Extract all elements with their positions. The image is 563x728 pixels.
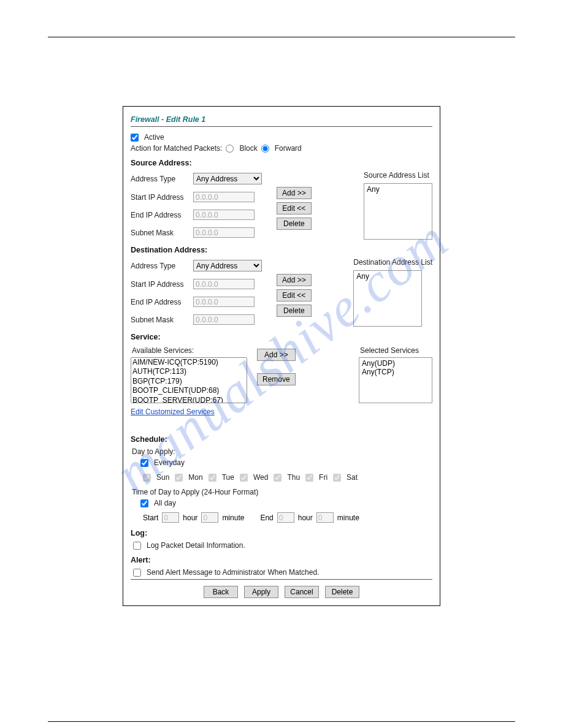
log-heading: Log: xyxy=(131,529,432,537)
service-remove-button[interactable]: Remove xyxy=(257,373,296,385)
active-label: Active xyxy=(144,133,164,142)
log-checkbox[interactable] xyxy=(133,542,141,550)
page-top-rule xyxy=(48,37,515,37)
list-item[interactable]: AIM/NEW-ICQ(TCP:5190) xyxy=(131,358,247,367)
day-label: Sat xyxy=(347,473,358,482)
hour-label: hour xyxy=(298,514,313,522)
action-block-radio[interactable] xyxy=(226,145,234,153)
list-item[interactable]: BOOTP_CLIENT(UDP:68) xyxy=(131,386,247,395)
dst-endip-label: End IP Address xyxy=(131,298,187,306)
page-bottom-rule xyxy=(48,721,515,722)
title-divider xyxy=(131,126,432,127)
dst-startip-input[interactable] xyxy=(193,279,255,289)
start-label: Start xyxy=(143,514,158,522)
dst-endip-input[interactable] xyxy=(193,297,255,307)
alert-label: Send Alert Message to Administrator When… xyxy=(147,568,319,577)
dest-address-block: Address Type Any Address Start IP Addres… xyxy=(131,258,432,327)
list-item[interactable]: BOOTP_SERVER(UDP:67) xyxy=(131,396,247,403)
dst-addrtype-label: Address Type xyxy=(131,262,187,270)
src-addrtype-label: Address Type xyxy=(131,175,187,183)
available-services-label: Available Services: xyxy=(132,346,247,355)
hour-label: hour xyxy=(183,514,197,522)
action-forward-label: Forward xyxy=(275,144,302,153)
src-delete-button[interactable]: Delete xyxy=(277,218,312,230)
cancel-button[interactable]: Cancel xyxy=(285,586,319,598)
day-label: Sun xyxy=(156,473,169,482)
day-fri-checkbox[interactable] xyxy=(305,474,313,482)
end-label: End xyxy=(260,514,273,522)
dst-startip-label: Start IP Address xyxy=(131,280,187,289)
day-label: Fri xyxy=(319,473,327,482)
panel-title: Firewall - Edit Rule 1 xyxy=(131,115,432,124)
action-block-label: Block xyxy=(239,144,257,153)
action-label: Action for Matched Packets: xyxy=(131,144,222,153)
dst-addrtype-select[interactable]: Any Address xyxy=(193,260,262,271)
dst-list-heading: Destination Address List xyxy=(353,258,432,267)
available-services-select[interactable]: AIM/NEW-ICQ(TCP:5190) AUTH(TCP:113) BGP(… xyxy=(131,357,247,403)
day-label: Mon xyxy=(188,473,202,482)
alert-checkbox[interactable] xyxy=(133,569,141,577)
end-hour-input[interactable] xyxy=(277,512,294,523)
everyday-label: Everyday xyxy=(154,458,185,467)
alert-heading: Alert: xyxy=(131,556,432,564)
start-hour-input[interactable] xyxy=(162,512,179,523)
dest-heading: Destination Address: xyxy=(131,246,432,254)
src-address-list[interactable]: Any xyxy=(364,183,432,240)
list-item: Any(UDP) xyxy=(362,359,429,368)
start-minute-input[interactable] xyxy=(201,512,218,523)
src-endip-input[interactable] xyxy=(193,210,255,220)
minute-label: minute xyxy=(222,514,244,522)
service-heading: Service: xyxy=(131,333,432,341)
src-addrtype-select[interactable]: Any Address xyxy=(193,173,262,184)
action-forward-radio[interactable] xyxy=(261,145,269,153)
day-label: Tue xyxy=(222,473,234,482)
list-item: Any xyxy=(356,272,419,281)
selected-services-label: Selected Services xyxy=(360,346,432,355)
allday-label: All day xyxy=(154,499,176,507)
src-startip-label: Start IP Address xyxy=(131,193,187,202)
src-edit-button[interactable]: Edit << xyxy=(277,202,312,214)
day-sat-checkbox[interactable] xyxy=(333,474,341,482)
dst-subnet-label: Subnet Mask xyxy=(131,316,187,324)
dst-address-list[interactable]: Any xyxy=(353,270,422,327)
src-startip-input[interactable] xyxy=(193,192,255,202)
delete-button[interactable]: Delete xyxy=(325,586,359,598)
dst-edit-button[interactable]: Edit << xyxy=(277,289,312,301)
src-subnet-label: Subnet Mask xyxy=(131,229,187,237)
src-endip-label: End IP Address xyxy=(131,211,187,219)
day-tue-checkbox[interactable] xyxy=(209,474,216,482)
day-label: Wed xyxy=(253,473,268,482)
back-button[interactable]: Back xyxy=(204,586,238,598)
edit-customized-services-link[interactable]: Edit Customized Services xyxy=(131,408,215,416)
dst-subnet-input[interactable] xyxy=(193,314,255,325)
list-item[interactable]: AUTH(TCP:113) xyxy=(131,367,247,376)
list-item: Any(TCP) xyxy=(362,368,429,376)
schedule-heading: Schedule: xyxy=(131,435,432,444)
day-label: Thu xyxy=(287,473,300,482)
selected-services-list[interactable]: Any(UDP) Any(TCP) xyxy=(359,357,432,403)
everyday-checkbox[interactable] xyxy=(140,459,148,467)
day-mon-checkbox[interactable] xyxy=(175,474,183,482)
day-wed-checkbox[interactable] xyxy=(240,474,248,482)
apply-button[interactable]: Apply xyxy=(244,586,278,598)
end-minute-input[interactable] xyxy=(316,512,334,523)
firewall-edit-panel: manualshive.com Firewall - Edit Rule 1 A… xyxy=(123,106,440,606)
list-item[interactable]: BGP(TCP:179) xyxy=(131,377,247,386)
footer-divider xyxy=(131,579,432,580)
src-list-heading: Source Address List xyxy=(364,171,432,180)
dst-add-button[interactable]: Add >> xyxy=(277,274,312,286)
log-label: Log Packet Detail Information. xyxy=(147,541,245,550)
day-thu-checkbox[interactable] xyxy=(274,474,282,482)
minute-label: minute xyxy=(337,514,359,522)
src-add-button[interactable]: Add >> xyxy=(277,187,312,199)
src-subnet-input[interactable] xyxy=(193,227,255,238)
day-to-apply-label: Day to Apply: xyxy=(132,447,432,456)
allday-checkbox[interactable] xyxy=(140,499,148,507)
source-address-block: Address Type Any Address Start IP Addres… xyxy=(131,171,432,240)
dst-delete-button[interactable]: Delete xyxy=(277,305,312,317)
day-sun-checkbox[interactable] xyxy=(143,474,151,482)
time-of-day-label: Time of Day to Apply (24-Hour Format) xyxy=(132,488,432,496)
active-checkbox[interactable] xyxy=(131,134,139,142)
service-add-button[interactable]: Add >> xyxy=(257,349,296,361)
source-heading: Source Address: xyxy=(131,159,432,167)
